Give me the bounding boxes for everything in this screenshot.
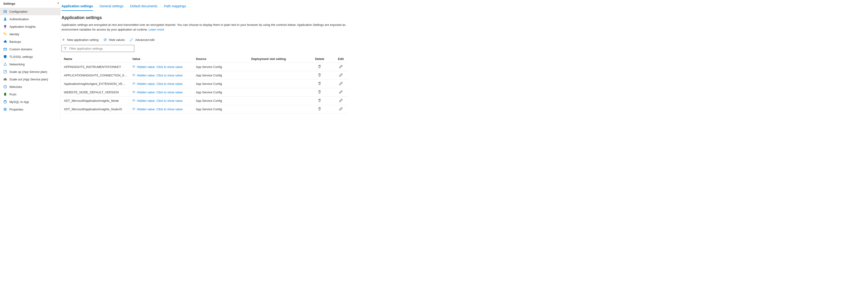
show-value-button[interactable]: Hidden value. Click to show value xyxy=(132,107,191,111)
delete-button[interactable] xyxy=(318,90,321,94)
section-title: Application settings xyxy=(62,15,868,20)
filter-input[interactable] xyxy=(69,47,132,51)
filter-input-container[interactable] xyxy=(62,45,134,52)
show-value-button[interactable]: Hidden value. Click to show value xyxy=(132,82,191,86)
shield-icon xyxy=(3,55,7,59)
edit-button[interactable] xyxy=(339,65,343,68)
setting-source: App Service Config xyxy=(193,63,249,71)
edit-button[interactable] xyxy=(339,90,343,94)
eye-icon xyxy=(132,65,135,69)
hide-values-button[interactable]: Hide values xyxy=(103,37,125,42)
eye-icon xyxy=(132,99,135,103)
sidebar-item-label: Application Insights xyxy=(9,25,36,28)
col-header-value[interactable]: Value xyxy=(130,55,193,63)
properties-icon xyxy=(3,108,7,111)
setting-source: App Service Config xyxy=(193,71,249,80)
show-value-button[interactable]: Hidden value. Click to show value xyxy=(132,99,191,103)
delete-button[interactable] xyxy=(318,107,321,111)
col-header-slot[interactable]: Deployment slot setting xyxy=(249,55,306,63)
col-header-source[interactable]: Source xyxy=(193,55,249,63)
sidebar-item-configuration[interactable]: Configuration xyxy=(0,8,60,15)
cloud-icon xyxy=(3,40,7,44)
network-icon xyxy=(3,62,7,66)
setting-slot xyxy=(249,71,306,80)
col-header-delete: Delete xyxy=(306,55,334,63)
sidebar-item-tls-ssl-settings[interactable]: TLS/SSL settings xyxy=(0,53,60,60)
tab-general-settings[interactable]: General settings xyxy=(99,2,124,11)
setting-name[interactable]: XDT_MicrosoftApplicationInsights_Mode xyxy=(64,99,127,103)
setting-slot xyxy=(249,80,306,88)
sidebar-item-networking[interactable]: Networking xyxy=(0,60,60,68)
sidebar-item-authentication[interactable]: Authentication xyxy=(0,15,60,23)
col-header-name[interactable]: Name xyxy=(62,55,130,63)
application-settings-table: Name Value Source Deployment slot settin… xyxy=(62,55,348,114)
setting-name[interactable]: APPLICATIONINSIGHTS_CONNECTION_STRING xyxy=(64,74,127,77)
sidebar-item-identity[interactable]: Identity xyxy=(0,30,60,38)
show-value-button[interactable]: Hidden value. Click to show value xyxy=(132,90,191,94)
table-row: XDT_MicrosoftApplicationInsights_ModeHid… xyxy=(62,96,348,105)
svg-point-27 xyxy=(133,108,134,109)
sidebar-item-push[interactable]: Push xyxy=(0,90,60,98)
delete-button[interactable] xyxy=(318,82,321,85)
new-setting-label: New application setting xyxy=(67,38,99,41)
sidebar-item-custom-domains[interactable]: Custom domains xyxy=(0,46,60,53)
tab-bar: Application settingsGeneral settingsDefa… xyxy=(61,2,868,11)
scaleup-icon xyxy=(3,70,7,74)
setting-slot xyxy=(249,96,306,105)
sidebar-item-webjobs[interactable]: WebJobs xyxy=(0,83,60,90)
setting-source: App Service Config xyxy=(193,96,249,105)
person-icon xyxy=(3,17,7,21)
delete-button[interactable] xyxy=(318,65,321,68)
sidebar-item-mysql-in-app[interactable]: MySQL In App xyxy=(0,98,60,106)
show-value-button[interactable]: Hidden value. Click to show value xyxy=(132,65,191,69)
webjobs-icon xyxy=(3,85,7,89)
tab-default-documents[interactable]: Default documents xyxy=(130,2,158,11)
domain-icon xyxy=(3,47,7,51)
edit-button[interactable] xyxy=(339,98,343,102)
tab-application-settings[interactable]: Application settings xyxy=(62,2,93,11)
sliders-icon xyxy=(3,10,7,13)
hide-values-label: Hide values xyxy=(109,38,125,41)
table-row: XDT_MicrosoftApplicationInsights_NodeJSH… xyxy=(62,105,348,114)
hidden-value-text: Hidden value. Click to show value xyxy=(137,82,182,86)
sidebar-item-scale-out-app-service-plan-[interactable]: Scale out (App Service plan) xyxy=(0,76,60,83)
setting-name[interactable]: ApplicationInsightsAgent_EXTENSION_VERSI… xyxy=(64,82,127,86)
edit-button[interactable] xyxy=(339,82,343,85)
sidebar-item-properties[interactable]: Properties xyxy=(0,106,60,113)
setting-name[interactable]: WEBSITE_NODE_DEFAULT_VERSION xyxy=(64,90,127,94)
sidebar-item-label: Authentication xyxy=(9,18,29,21)
edit-button[interactable] xyxy=(339,73,343,77)
learn-more-link[interactable]: Learn more xyxy=(149,28,164,31)
sidebar-item-label: Scale up (App Service plan) xyxy=(9,70,47,74)
setting-name[interactable]: XDT_MicrosoftApplicationInsights_NodeJS xyxy=(64,108,127,111)
table-row: APPLICATIONINSIGHTS_CONNECTION_STRINGHid… xyxy=(62,71,348,80)
new-application-setting-button[interactable]: New application setting xyxy=(62,37,99,42)
sidebar-item-label: Push xyxy=(9,93,17,96)
tab-path-mappings[interactable]: Path mappings xyxy=(164,2,186,11)
advanced-edit-label: Advanced edit xyxy=(135,38,154,41)
svg-point-3 xyxy=(4,18,6,19)
sidebar-item-scale-up-app-service-plan-[interactable]: Scale up (App Service plan) xyxy=(0,68,60,76)
hidden-value-text: Hidden value. Click to show value xyxy=(137,108,182,111)
svg-rect-20 xyxy=(5,108,5,111)
setting-name[interactable]: APPINSIGHTS_INSTRUMENTATIONKEY xyxy=(64,65,127,69)
show-value-button[interactable]: Hidden value. Click to show value xyxy=(132,73,191,77)
collapse-sidebar-icon[interactable]: ▲ xyxy=(57,1,59,4)
delete-button[interactable] xyxy=(318,73,321,77)
svg-rect-13 xyxy=(5,78,6,80)
sidebar-item-label: TLS/SSL settings xyxy=(9,55,33,59)
eye-icon xyxy=(132,73,135,77)
sidebar-item-backups[interactable]: Backups xyxy=(0,38,60,46)
sidebar-item-label: Identity xyxy=(9,32,19,36)
edit-button[interactable] xyxy=(339,107,343,111)
hidden-value-text: Hidden value. Click to show value xyxy=(137,65,182,69)
delete-button[interactable] xyxy=(318,98,321,102)
sidebar-item-application-insights[interactable]: Application Insights xyxy=(0,23,60,30)
table-row: ApplicationInsightsAgent_EXTENSION_VERSI… xyxy=(62,80,348,88)
advanced-edit-button[interactable]: Advanced edit xyxy=(130,37,154,42)
section-description: Application settings are encrypted at re… xyxy=(62,23,350,32)
hidden-value-text: Hidden value. Click to show value xyxy=(137,74,182,77)
filter-icon xyxy=(64,47,67,50)
scaleout-icon xyxy=(3,77,7,81)
svg-rect-21 xyxy=(6,108,6,111)
